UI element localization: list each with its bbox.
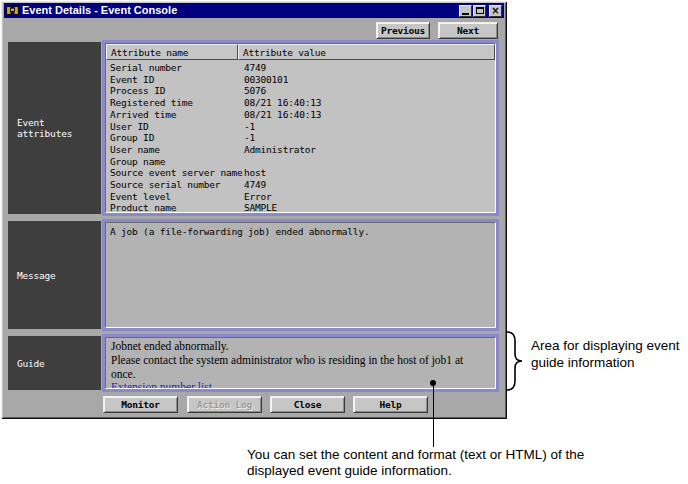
window-title: Event Details - Event Console xyxy=(22,4,177,17)
event-details-window: Event Details - Event Console × Previous… xyxy=(1,1,507,419)
table-row: Process ID5076 xyxy=(106,85,495,97)
table-row: Source serial number4749 xyxy=(106,179,495,191)
attribute-name: Group ID xyxy=(106,132,238,144)
attribute-name: Serial number xyxy=(106,62,238,74)
attribute-value: Error xyxy=(238,191,272,203)
attribute-value: SAMPLE xyxy=(238,202,277,212)
table-row: User nameAdministrator xyxy=(106,144,495,156)
close-window-button[interactable]: × xyxy=(489,5,502,17)
section-label-guide: Guide xyxy=(8,336,101,390)
attribute-value: Administrator xyxy=(238,144,316,156)
attribute-name: Group name xyxy=(106,156,238,168)
binoculars-icon xyxy=(6,5,19,16)
section-label-event-attributes: Event attributes xyxy=(8,42,101,214)
guide-line-1: Jobnet ended abnormally. xyxy=(111,340,490,354)
attribute-name: Process ID xyxy=(106,85,238,97)
attribute-value: -1 xyxy=(238,121,255,133)
event-attributes-panel: Attribute name Attribute value Serial nu… xyxy=(102,40,499,216)
guide-panel: Jobnet ended abnormally. Please contact … xyxy=(102,334,499,392)
attribute-name: Event ID xyxy=(106,74,238,86)
screenshot-canvas: Event Details - Event Console × Previous… xyxy=(0,0,688,484)
attribute-name: Product name xyxy=(106,202,238,212)
table-row: Event ID00300101 xyxy=(106,74,495,86)
table-row: Source event server namehost xyxy=(106,167,495,179)
column-header-attribute-name[interactable]: Attribute name xyxy=(106,44,238,60)
attribute-value: 5076 xyxy=(238,85,266,97)
table-row: Product nameSAMPLE xyxy=(106,202,495,212)
table-row: Registered time08/21 16:40:13 xyxy=(106,97,495,109)
minimize-button[interactable] xyxy=(459,5,472,17)
message-panel: A job (a file-forwarding job) ended abno… xyxy=(102,219,499,331)
attribute-name: Event level xyxy=(106,191,238,203)
attribute-value xyxy=(238,156,244,168)
attribute-value: 4749 xyxy=(238,62,266,74)
maximize-icon xyxy=(476,7,484,14)
pointer-line xyxy=(433,386,434,447)
table-row: User ID-1 xyxy=(106,121,495,133)
action-log-button[interactable]: Action Log xyxy=(187,396,262,413)
column-header-attribute-value[interactable]: Attribute value xyxy=(238,44,495,60)
titlebar[interactable]: Event Details - Event Console × xyxy=(4,3,504,18)
previous-button[interactable]: Previous xyxy=(376,22,430,39)
attribute-name: Arrived time xyxy=(106,109,238,121)
attribute-value: 00300101 xyxy=(238,74,288,86)
attribute-table-rows: Serial number4749Event ID00300101Process… xyxy=(106,60,495,212)
section-label-message: Message xyxy=(8,221,101,329)
table-row: Group ID-1 xyxy=(106,132,495,144)
attribute-value: 4749 xyxy=(238,179,266,191)
maximize-button[interactable] xyxy=(473,5,486,17)
attribute-value: host xyxy=(238,167,266,179)
help-button[interactable]: Help xyxy=(353,396,428,413)
message-text: A job (a file-forwarding job) ended abno… xyxy=(106,223,495,241)
curly-brace xyxy=(504,331,524,395)
guide-body: Jobnet ended abnormally. Please contact … xyxy=(106,338,495,389)
attribute-table-header: Attribute name Attribute value xyxy=(106,44,495,60)
table-row: Arrived time08/21 16:40:13 xyxy=(106,109,495,121)
close-icon: × xyxy=(491,6,499,16)
minimize-icon xyxy=(462,13,469,15)
close-button[interactable]: Close xyxy=(270,396,345,413)
attribute-value: 08/21 16:40:13 xyxy=(238,97,321,109)
attribute-name: User name xyxy=(106,144,238,156)
attribute-value: -1 xyxy=(238,132,255,144)
annotation-guide-area: Area for displaying event guide informat… xyxy=(531,337,688,371)
attribute-table: Attribute name Attribute value Serial nu… xyxy=(106,44,495,212)
next-button[interactable]: Next xyxy=(438,22,498,39)
guide-line-2: Please contact the system administrator … xyxy=(111,354,490,382)
window-controls: × xyxy=(459,5,502,17)
table-row: Event levelError xyxy=(106,191,495,203)
monitor-button[interactable]: Monitor xyxy=(103,396,178,413)
attribute-name: Source event server name xyxy=(106,167,238,179)
attribute-name: Source serial number xyxy=(106,179,238,191)
attribute-value: 08/21 16:40:13 xyxy=(238,109,321,121)
table-row: Serial number4749 xyxy=(106,62,495,74)
attribute-name: User ID xyxy=(106,121,238,133)
table-row: Group name xyxy=(106,156,495,168)
annotation-guide-content: You can set the content and format (text… xyxy=(247,447,619,479)
attribute-name: Registered time xyxy=(106,97,238,109)
extension-number-list-link[interactable]: Extension number list xyxy=(111,381,212,389)
